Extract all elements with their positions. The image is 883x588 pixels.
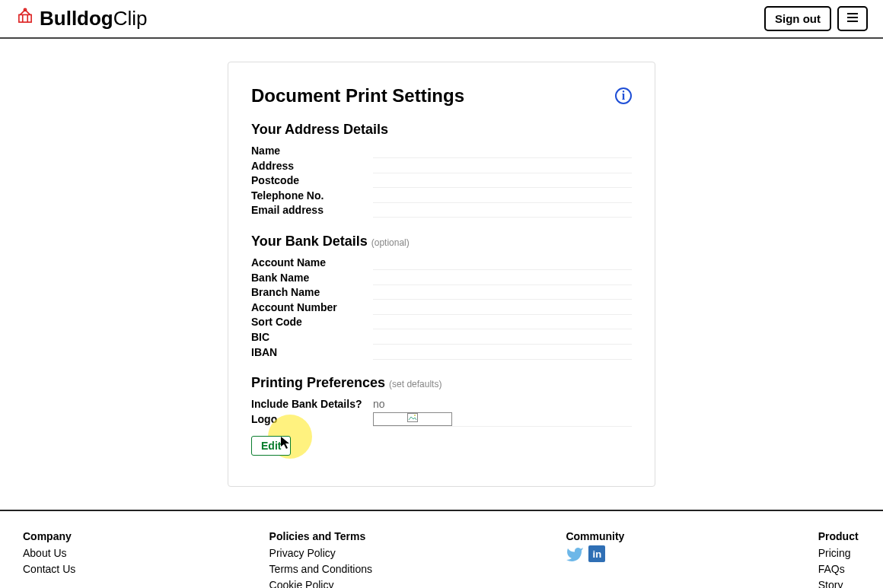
svg-point-8 <box>414 415 416 416</box>
email-value <box>373 203 632 218</box>
iban-label: IBAN <box>251 345 373 361</box>
bank-heading-sub: (optional) <box>371 237 410 248</box>
logo-placeholder <box>373 412 452 426</box>
name-label: Name <box>251 144 373 159</box>
bank-heading: Your Bank Details <box>251 234 368 249</box>
footer-product: Product Pricing FAQs Story Features <box>818 530 860 588</box>
sort-code-label: Sort Code <box>251 315 373 330</box>
footer-about-link[interactable]: About Us <box>23 545 75 561</box>
sign-out-button[interactable]: Sign out <box>764 6 831 31</box>
field-postcode: Postcode <box>251 173 632 189</box>
footer-community: Community in <box>566 530 624 588</box>
settings-card: Document Print Settings i Your Address D… <box>228 62 655 487</box>
footer-product-title: Product <box>818 530 860 542</box>
footer-company: Company About Us Contact Us Home <box>23 530 75 588</box>
account-number-value <box>373 300 632 315</box>
bic-value <box>373 330 632 345</box>
postcode-value <box>373 173 632 188</box>
brand-name-bold: Bulldog <box>40 7 113 30</box>
header-divider <box>0 37 883 39</box>
brand-name-light: Clip <box>113 7 148 30</box>
sort-code-value <box>373 315 632 329</box>
printing-heading: Printing Preferences <box>251 375 385 390</box>
page-title: Document Print Settings <box>251 85 464 106</box>
edit-button[interactable]: Edit <box>251 436 291 456</box>
branch-name-value <box>373 285 632 300</box>
include-bank-label: Include Bank Details? <box>251 397 373 412</box>
info-icon[interactable]: i <box>615 87 632 104</box>
field-bic: BIC <box>251 330 632 345</box>
address-label: Address <box>251 159 373 174</box>
footer: Company About Us Contact Us Home Policie… <box>0 510 883 588</box>
printing-heading-sub: (set defaults) <box>389 379 442 389</box>
footer-privacy-link[interactable]: Privacy Policy <box>269 545 372 561</box>
footer-contact-link[interactable]: Contact Us <box>23 561 75 577</box>
bic-label: BIC <box>251 330 373 345</box>
field-bank-name: Bank Name <box>251 271 632 286</box>
account-name-label: Account Name <box>251 256 373 271</box>
linkedin-icon[interactable]: in <box>588 545 605 562</box>
footer-community-title: Community <box>566 530 624 542</box>
bank-name-label: Bank Name <box>251 271 373 286</box>
bank-section-title: Your Bank Details (optional) <box>251 234 632 250</box>
header-actions: Sign out <box>764 6 868 31</box>
address-section-title: Your Address Details <box>251 122 632 138</box>
iban-value <box>373 345 632 360</box>
footer-policies: Policies and Terms Privacy Policy Terms … <box>269 530 372 588</box>
twitter-icon[interactable] <box>566 545 584 566</box>
field-account-name: Account Name <box>251 256 632 271</box>
field-address: Address <box>251 159 632 174</box>
field-branch-name: Branch Name <box>251 285 632 300</box>
menu-button[interactable] <box>837 6 868 31</box>
field-sort-code: Sort Code <box>251 315 632 330</box>
svg-rect-7 <box>408 413 418 421</box>
branch-name-label: Branch Name <box>251 285 373 300</box>
field-iban: IBAN <box>251 345 632 361</box>
header: BulldogClip Sign out <box>0 0 883 37</box>
footer-company-title: Company <box>23 530 75 542</box>
footer-terms-link[interactable]: Terms and Conditions <box>269 561 372 577</box>
logo-value <box>373 412 632 427</box>
name-value <box>373 144 632 158</box>
bank-name-value <box>373 271 632 285</box>
field-telephone: Telephone No. <box>251 189 632 204</box>
printing-section-title: Printing Preferences (set defaults) <box>251 375 632 391</box>
hamburger-icon <box>846 12 859 25</box>
address-value <box>373 159 632 173</box>
footer-story-link[interactable]: Story <box>818 577 860 588</box>
footer-pricing-link[interactable]: Pricing <box>818 545 860 561</box>
account-name-value <box>373 256 632 270</box>
postcode-label: Postcode <box>251 173 373 189</box>
field-name: Name <box>251 144 632 159</box>
telephone-label: Telephone No. <box>251 189 373 204</box>
footer-cookie-link[interactable]: Cookie Policy <box>269 577 372 588</box>
telephone-value <box>373 189 632 203</box>
footer-policies-title: Policies and Terms <box>269 530 372 542</box>
account-number-label: Account Number <box>251 300 373 316</box>
field-account-number: Account Number <box>251 300 632 316</box>
broken-image-icon <box>407 413 418 425</box>
footer-faqs-link[interactable]: FAQs <box>818 561 860 577</box>
field-logo: Logo <box>251 412 632 427</box>
brand-logo[interactable]: BulldogClip <box>15 6 148 31</box>
include-bank-value: no <box>373 397 632 412</box>
field-include-bank: Include Bank Details? no <box>251 397 632 412</box>
bulldog-clip-icon <box>15 6 35 31</box>
svg-rect-0 <box>19 14 31 22</box>
email-label: Email address <box>251 203 373 218</box>
logo-label: Logo <box>251 412 373 427</box>
field-email: Email address <box>251 203 632 218</box>
